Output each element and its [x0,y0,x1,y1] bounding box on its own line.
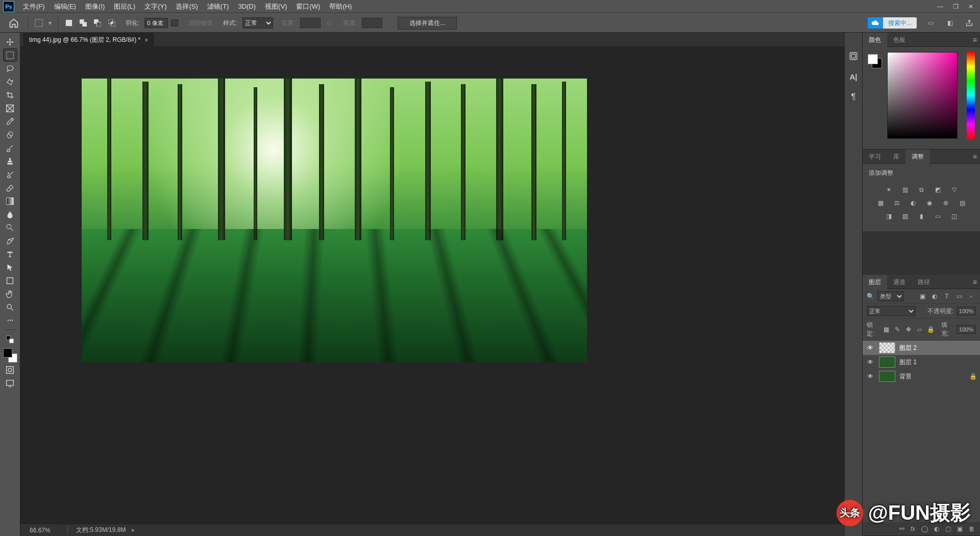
fill-value[interactable]: 100% [957,325,976,334]
filter-shape-icon[interactable]: ▭ [954,292,964,301]
link-layers-icon[interactable]: ⚯ [899,525,904,532]
close-window-button[interactable]: ✕ [965,2,977,11]
crop-tool[interactable] [4,89,17,101]
curves-icon[interactable]: ⧉ [916,185,927,195]
posterize-icon[interactable]: ▧ [899,211,911,221]
shape-tool[interactable] [4,274,17,287]
pen-tool[interactable] [4,235,17,247]
search-small-icon[interactable]: 🔍 [867,293,874,300]
close-tab-icon[interactable]: × [144,37,148,44]
default-colors-icon[interactable] [4,333,17,345]
tab-libraries[interactable]: 库 [887,149,905,164]
subtract-selection-icon[interactable] [92,17,103,29]
layer-row[interactable]: 👁背景🔒 [863,369,980,384]
invert-icon[interactable]: ◨ [883,211,894,221]
move-tool[interactable] [4,36,17,48]
new-adjust-icon[interactable]: ◐ [934,525,939,532]
dodge-tool[interactable] [4,221,17,234]
minimize-button[interactable]: — [934,2,946,11]
new-selection-icon[interactable] [63,17,75,29]
menu-item[interactable]: 文件(F) [18,0,50,13]
eraser-tool[interactable] [4,182,17,194]
frame-tool[interactable] [4,102,17,114]
color-picker-field[interactable] [887,52,958,139]
filter-smart-icon[interactable]: ▫ [967,292,976,301]
lock-position-icon[interactable]: ✥ [904,325,913,334]
menu-item[interactable]: 滤镜(T) [203,0,234,13]
screenmode-icon[interactable] [4,377,17,389]
lock-artboard-icon[interactable]: ▱ [916,325,924,334]
lookup-icon[interactable]: ▤ [957,198,968,208]
panel-menu-icon[interactable]: ≡ [973,36,977,44]
quick-select-tool[interactable] [4,75,17,88]
type-tool[interactable] [4,248,17,260]
path-select-tool[interactable] [4,261,17,273]
balance-icon[interactable]: ⚖ [891,198,902,208]
brush-tool[interactable] [4,142,17,154]
frame-icon[interactable]: ◧ [944,17,955,29]
mask-icon[interactable]: ◯ [921,525,928,532]
visibility-icon[interactable]: 👁 [866,359,875,366]
filter-pixel-icon[interactable]: ▣ [918,292,927,301]
character-panel-icon[interactable]: A| [847,70,860,83]
feather-input[interactable] [144,18,168,28]
new-layer-icon[interactable]: ▣ [957,525,963,532]
channel-mixer-icon[interactable]: ⊕ [940,198,951,208]
menu-item[interactable]: 3D(D) [233,0,260,13]
stamp-tool[interactable] [4,155,17,167]
panel-menu-icon[interactable]: ≡ [973,152,977,161]
hand-tool[interactable] [4,288,17,300]
lasso-tool[interactable] [4,62,17,74]
blend-mode-select[interactable]: 正常 [867,306,916,316]
blur-tool[interactable] [4,208,17,220]
menu-item[interactable]: 视图(V) [260,0,291,13]
menu-item[interactable]: 编辑(E) [50,0,81,13]
hue-slider[interactable] [967,52,975,139]
tab-swatches[interactable]: 色板 [887,33,912,47]
hue-icon[interactable]: ▦ [875,198,886,208]
cloud-search[interactable]: 搜索中... [868,17,917,29]
healing-tool[interactable] [4,129,17,141]
brightness-icon[interactable]: ☀ [883,185,894,195]
menu-item[interactable]: 窗口(W) [291,0,325,13]
canvas-viewport[interactable] [20,47,844,524]
maximize-button[interactable]: ❐ [949,2,962,11]
history-brush-tool[interactable] [4,168,17,181]
menu-item[interactable]: 图层(L) [109,0,140,13]
filter-type-icon[interactable]: T [942,292,951,301]
fg-bg-swatches[interactable] [3,348,17,363]
tab-color[interactable]: 颜色 [863,33,887,47]
history-panel-icon[interactable] [847,50,860,62]
zoom-tool[interactable] [4,301,17,313]
tab-channels[interactable]: 通道 [887,275,912,289]
new-group-icon[interactable]: ▢ [945,525,951,532]
layer-row[interactable]: 👁图层 2 [863,341,980,355]
menu-item[interactable]: 文字(Y) [140,0,171,13]
lock-all-icon[interactable]: 🔒 [927,325,935,334]
menu-item[interactable]: 图像(I) [81,0,109,13]
marquee-tool[interactable] [4,49,17,61]
paragraph-panel-icon[interactable]: ¶ [847,91,860,103]
layer-filter-select[interactable]: 类型 [877,291,904,301]
filter-adjust-icon[interactable]: ◐ [930,292,939,301]
threshold-icon[interactable]: ▮ [916,211,927,221]
bw-icon[interactable]: ◐ [908,198,919,208]
visibility-icon[interactable]: 👁 [866,373,875,380]
vibrance-icon[interactable]: ▽ [948,185,960,195]
tab-layers[interactable]: 图层 [863,275,887,289]
photo-filter-icon[interactable]: ◉ [924,198,935,208]
color-swatches[interactable] [868,54,882,68]
style-select[interactable]: 正常 [242,17,273,29]
gradient-tool[interactable] [4,195,17,207]
visibility-icon[interactable]: 👁 [866,344,875,351]
home-icon[interactable] [5,14,22,32]
lock-transparent-icon[interactable]: ▩ [882,325,890,334]
quickmask-icon[interactable] [4,364,17,376]
selective-color-icon[interactable]: ◫ [948,211,960,221]
select-and-mask-button[interactable]: 选择并遮住... [398,17,457,30]
panel-menu-icon[interactable]: ≡ [973,278,977,286]
fx-icon[interactable]: fx [911,525,915,532]
lock-pixels-icon[interactable]: ✎ [893,325,901,334]
tab-adjustments[interactable]: 调整 [905,149,930,164]
opacity-value[interactable]: 100% [957,307,976,316]
